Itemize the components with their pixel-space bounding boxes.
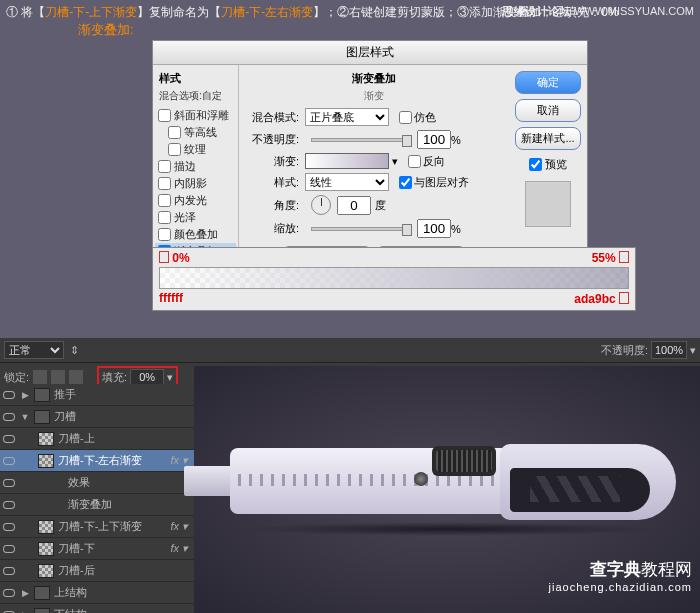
layer-name: 效果 — [68, 475, 90, 490]
lock-position-icon[interactable] — [51, 370, 65, 384]
visibility-icon[interactable] — [2, 542, 16, 556]
style-item[interactable]: 颜色叠加 — [155, 226, 236, 243]
style-item[interactable]: 内发光 — [155, 192, 236, 209]
fx-badge[interactable]: fx ▾ — [170, 520, 188, 533]
stop-left-icon[interactable] — [159, 251, 169, 263]
layer-row[interactable]: ▶推手 — [0, 384, 194, 406]
reverse-checkbox[interactable] — [408, 155, 421, 168]
gradient-section-label: 渐变叠加: — [0, 21, 700, 39]
preview-thumbnail — [525, 181, 571, 227]
lock-pixels-icon[interactable] — [33, 370, 47, 384]
dither-checkbox[interactable] — [399, 111, 412, 124]
layer-row[interactable]: ▶下结构 — [0, 604, 194, 613]
layer-row[interactable]: ▼刀槽 — [0, 406, 194, 428]
watermark-top: 思缘设计论坛 WWW.MISSYUAN.COM — [502, 4, 694, 19]
layer-style-dialog: 图层样式 样式 混合选项:自定 斜面和浮雕等高线纹理描边内阴影内发光光泽颜色叠加… — [152, 40, 588, 269]
layer-thumbnail — [38, 520, 54, 534]
angle-dial[interactable] — [311, 195, 331, 215]
style-item[interactable]: 内阴影 — [155, 175, 236, 192]
visibility-icon[interactable] — [2, 498, 16, 512]
fill-input[interactable] — [130, 369, 164, 385]
dialog-title: 图层样式 — [153, 41, 587, 65]
stop-right-icon[interactable] — [619, 251, 629, 263]
layer-row[interactable]: 刀槽-下-上下渐变fx ▾ — [0, 516, 194, 538]
gradient-strip[interactable] — [159, 267, 629, 289]
fx-badge[interactable]: fx ▾ — [170, 542, 188, 555]
visibility-icon[interactable] — [2, 476, 16, 490]
gradient-swatch[interactable] — [305, 153, 389, 169]
gradient-style-select[interactable]: 线性 — [305, 173, 389, 191]
visibility-icon[interactable] — [2, 520, 16, 534]
angle-input[interactable] — [337, 196, 371, 215]
layer-thumbnail — [38, 454, 54, 468]
knife-illustration — [200, 436, 680, 528]
canvas-preview: 查字典教程网 jiaocheng.chazidian.com — [194, 366, 700, 613]
blend-mode-select[interactable]: 正片叠底 — [305, 108, 389, 126]
folder-icon — [34, 586, 50, 600]
visibility-icon[interactable] — [2, 454, 16, 468]
opacity-input[interactable] — [417, 130, 451, 149]
visibility-icon[interactable] — [2, 410, 16, 424]
watermark-bottom: 查字典教程网 jiaocheng.chazidian.com — [549, 558, 692, 593]
layer-thumbnail — [38, 542, 54, 556]
style-item[interactable]: 斜面和浮雕 — [155, 107, 236, 124]
visibility-icon[interactable] — [2, 564, 16, 578]
layer-name: 下结构 — [54, 607, 87, 613]
styles-list: 样式 混合选项:自定 斜面和浮雕等高线纹理描边内阴影内发光光泽颜色叠加渐变叠加 — [153, 65, 239, 268]
opacity-slider[interactable] — [311, 138, 411, 142]
layers-panel: 正常 ⇕ 不透明度: ▾ 锁定: 填充: ▾ ▶推手▼刀槽刀槽-上刀槽-下-左右… — [0, 338, 700, 613]
layer-row[interactable]: 刀槽-后 — [0, 560, 194, 582]
cancel-button[interactable]: 取消 — [515, 99, 581, 122]
preview-checkbox[interactable] — [529, 158, 542, 171]
scale-slider[interactable] — [311, 227, 411, 231]
folder-icon — [34, 388, 50, 402]
layer-row[interactable]: 渐变叠加 — [0, 494, 194, 516]
layer-blend-select[interactable]: 正常 — [4, 341, 64, 359]
layer-thumbnail — [38, 564, 54, 578]
style-item[interactable]: 光泽 — [155, 209, 236, 226]
folder-icon — [34, 608, 50, 614]
layer-name: 渐变叠加 — [68, 497, 112, 512]
style-item[interactable]: 描边 — [155, 158, 236, 175]
layer-row[interactable]: 效果 — [0, 472, 194, 494]
layer-row[interactable]: 刀槽-上 — [0, 428, 194, 450]
style-item[interactable]: 纹理 — [155, 141, 236, 158]
layer-name: 刀槽-下-左右渐变 — [58, 453, 142, 468]
layer-name: 上结构 — [54, 585, 87, 600]
align-checkbox[interactable] — [399, 176, 412, 189]
layer-row[interactable]: 刀槽-下fx ▾ — [0, 538, 194, 560]
layer-name: 刀槽 — [54, 409, 76, 424]
layer-row[interactable]: 刀槽-下-左右渐变fx ▾ — [0, 450, 194, 472]
layer-name: 推手 — [54, 387, 76, 402]
lock-all-icon[interactable] — [69, 370, 83, 384]
layer-row[interactable]: ▶上结构 — [0, 582, 194, 604]
layer-name: 刀槽-下-上下渐变 — [58, 519, 142, 534]
layer-name: 刀槽-下 — [58, 541, 95, 556]
gradient-editor-strip: 0% 55% ffffff ada9bc — [152, 247, 636, 311]
layer-name: 刀槽-后 — [58, 563, 95, 578]
new-style-button[interactable]: 新建样式... — [515, 127, 581, 150]
gradient-overlay-options: 渐变叠加 渐变 混合模式: 正片叠底 仿色 不透明度: % 渐变: ▾ 反向 样… — [239, 65, 509, 268]
blend-mode-label: 混合模式: — [247, 110, 299, 125]
stop-color-icon[interactable] — [619, 292, 629, 304]
layer-thumbnail — [38, 432, 54, 446]
layer-opacity-input[interactable] — [651, 341, 687, 359]
style-item[interactable]: 等高线 — [155, 124, 236, 141]
visibility-icon[interactable] — [2, 388, 16, 402]
scale-input[interactable] — [417, 219, 451, 238]
ok-button[interactable]: 确定 — [515, 71, 581, 94]
folder-icon — [34, 410, 50, 424]
visibility-icon[interactable] — [2, 586, 16, 600]
layer-name: 刀槽-上 — [58, 431, 95, 446]
visibility-icon[interactable] — [2, 608, 16, 614]
visibility-icon[interactable] — [2, 432, 16, 446]
